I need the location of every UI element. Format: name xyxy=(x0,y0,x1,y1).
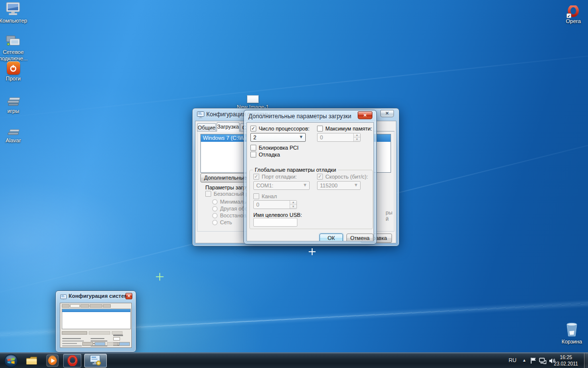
thumbnail-mini-list xyxy=(62,309,131,329)
thumbnail-close-button[interactable]: ✕ xyxy=(125,293,132,299)
chevron-down-icon: ▼ xyxy=(299,134,303,139)
desktop-icon-opera[interactable]: ➶ Opera xyxy=(557,1,588,25)
desktop-icon-games[interactable]: игры xyxy=(0,91,29,114)
flag-icon xyxy=(530,357,537,364)
stacked-cases-icon xyxy=(0,91,29,107)
cpu-count-dropdown[interactable]: 2▼ xyxy=(250,133,306,142)
thumbnail-mini-buttons xyxy=(62,331,122,335)
checkbox-icon xyxy=(253,193,259,199)
tray-network-icon[interactable] xyxy=(538,354,547,368)
baud-rate-checkbox[interactable]: ✓ Скорость (бит/с): xyxy=(317,174,368,180)
opera-icon xyxy=(67,355,78,366)
spinner-up-icon[interactable]: ▲ xyxy=(354,133,360,137)
taskbar-opera-button[interactable] xyxy=(63,354,81,368)
taskbar: RU ▲ 16:25 23.02.2011 xyxy=(0,352,588,368)
close-icon: ✕ xyxy=(363,113,367,118)
dialog-title: Дополнительные параметры загрузки xyxy=(248,113,351,120)
shortcut-arrow-icon: ➶ xyxy=(566,13,571,18)
desktop-icon-recycle-bin[interactable]: Корзина xyxy=(556,320,588,345)
chevron-down-icon: ▼ xyxy=(303,183,307,187)
thumbnail-mini-bottom-buttons xyxy=(82,342,130,346)
thumbnail-mini-left-column xyxy=(62,337,84,348)
desktop-icon-label: Корзина xyxy=(556,339,588,345)
dialog-close-button[interactable]: ✕ xyxy=(358,111,372,119)
radio-icon xyxy=(212,206,218,211)
tab-general[interactable]: Общие xyxy=(197,123,216,131)
checkbox-icon xyxy=(317,126,323,131)
channel-checkbox[interactable]: Канал xyxy=(253,193,277,199)
msconfig-app-icon xyxy=(197,111,204,120)
stacked-cases-icon xyxy=(0,121,29,136)
group-label: Глобальные параметры отладки xyxy=(253,167,338,173)
advanced-boot-dialog: Дополнительные параметры загрузки ✕ ✓ Чи… xyxy=(244,110,377,244)
close-icon: ✕ xyxy=(127,294,131,298)
start-button[interactable] xyxy=(3,354,19,368)
checkbox-icon xyxy=(250,145,256,151)
max-memory-spinner[interactable]: 0 ▲▼ xyxy=(317,133,361,142)
image-file-icon xyxy=(234,93,271,103)
opera-icon: ➶ xyxy=(557,1,588,17)
power-app-icon xyxy=(0,59,29,75)
network-folder-icon xyxy=(0,32,29,48)
spinner-down-icon[interactable]: ▼ xyxy=(354,137,360,142)
desktop-icon-label: Компьютер xyxy=(0,18,29,24)
checkbox-checked-icon: ✓ xyxy=(317,174,323,180)
cancel-button[interactable]: Отмена xyxy=(346,234,373,241)
spinner-down-icon[interactable]: ▼ xyxy=(290,205,296,209)
desktop-icon-progi[interactable]: Проги xyxy=(0,59,29,82)
clipped-text-fragment: ры xyxy=(386,210,392,215)
desktop-icon-label: Проги xyxy=(0,76,29,82)
dialog-client-area: ✓ Число процессоров: 2▼ Максимум памяти:… xyxy=(246,122,374,241)
debug-port-checkbox[interactable]: ✓ Порт отладки: xyxy=(253,174,297,180)
desktop-icon-computer[interactable]: Компьютер xyxy=(0,1,29,24)
tray-language-indicator[interactable]: RU xyxy=(509,357,516,363)
thumbnail-mini-tabs xyxy=(62,304,111,308)
tray-show-hidden-icons[interactable]: ▲ xyxy=(522,358,526,363)
thumbnail-title: Конфигурация системы xyxy=(69,293,133,299)
computer-icon xyxy=(0,1,29,17)
media-player-icon xyxy=(46,354,59,367)
msconfig-close-button[interactable]: ✕ xyxy=(380,110,394,117)
tray-date: 23.02.2011 xyxy=(551,361,581,367)
taskbar-msconfig-button[interactable] xyxy=(84,354,107,368)
checkbox-icon xyxy=(205,191,211,197)
baud-rate-dropdown[interactable]: 115200▼ xyxy=(317,181,361,190)
checkbox-checked-icon: ✓ xyxy=(253,174,259,180)
taskbar-explorer-button[interactable] xyxy=(24,354,40,368)
channel-spinner[interactable]: 0 ▲▼ xyxy=(253,200,297,209)
pci-lock-checkbox[interactable]: Блокировка PCI xyxy=(250,145,298,151)
close-icon: ✕ xyxy=(385,111,389,116)
desktop-icon-alavar[interactable]: Alavar xyxy=(0,121,29,144)
tray-clock[interactable]: 16:25 23.02.2011 xyxy=(551,354,581,367)
windows-logo-icon xyxy=(4,354,18,368)
recycle-bin-icon xyxy=(556,320,588,338)
ok-button[interactable]: ОК xyxy=(319,234,343,241)
wallpaper-sparkle xyxy=(156,273,164,281)
show-desktop-button[interactable] xyxy=(584,353,588,368)
debug-port-dropdown[interactable]: COM1:▼ xyxy=(253,181,310,190)
chevron-down-icon: ▼ xyxy=(354,183,358,187)
taskbar-thumbnail-preview[interactable]: Конфигурация системы ✕ xyxy=(55,290,136,352)
desktop-icon-network[interactable]: Сетевое подключе... xyxy=(0,32,29,61)
cpu-count-checkbox[interactable]: ✓ Число процессоров: xyxy=(250,126,310,131)
thumbnail-content xyxy=(60,303,132,348)
usb-target-input[interactable] xyxy=(253,218,297,227)
network-icon xyxy=(539,358,546,364)
usb-target-label: Имя целевого USB: xyxy=(253,212,302,218)
max-memory-checkbox[interactable]: Максимум памяти: xyxy=(317,126,372,131)
checkbox-checked-icon: ✓ xyxy=(250,126,256,131)
desktop-icon-label: игры xyxy=(0,108,29,114)
desktop-icon-label: Alavar xyxy=(0,137,29,144)
debug-checkbox[interactable]: Отладка xyxy=(250,152,280,158)
checkbox-icon xyxy=(250,152,256,158)
desktop-icon-label: Opera xyxy=(557,18,588,25)
msconfig-app-icon xyxy=(60,293,67,302)
tab-boot[interactable]: Загрузка xyxy=(217,122,240,131)
tray-action-center[interactable] xyxy=(529,354,537,368)
clipped-text-fragment: й xyxy=(386,216,389,222)
radio-icon xyxy=(212,220,218,225)
folder-icon xyxy=(25,355,38,366)
radio-network[interactable]: Сеть xyxy=(212,219,232,225)
taskbar-media-player-button[interactable] xyxy=(44,354,61,368)
spinner-up-icon[interactable]: ▲ xyxy=(290,201,296,205)
